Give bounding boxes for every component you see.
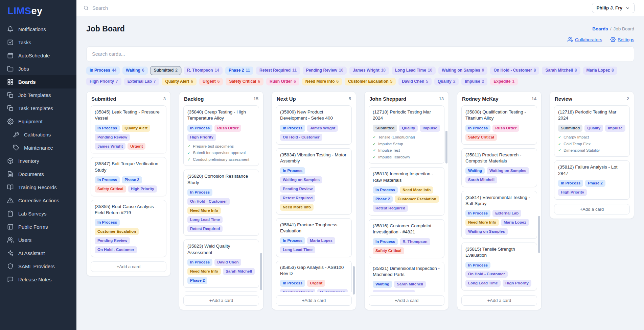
board-card[interactable]: (35853) Gap Analysis - AS9100 Rev DIn Pr… bbox=[276, 261, 352, 292]
filter-chip-waiting-on-samples[interactable]: Waiting on Samples9 bbox=[438, 67, 487, 75]
settings-link[interactable]: Settings bbox=[610, 37, 634, 42]
column-scrollbar[interactable] bbox=[538, 216, 540, 253]
board-card[interactable]: (35811) Product Research - Composite Mat… bbox=[461, 148, 537, 187]
board-card[interactable]: (35814) Environmental Testing - Salt Spr… bbox=[461, 191, 537, 239]
global-search-input[interactable] bbox=[92, 5, 234, 11]
filter-chip-submitted[interactable]: Submitted2 bbox=[151, 67, 181, 75]
sidebar-item-boards[interactable]: Boards bbox=[0, 75, 76, 88]
sidebar-item-equipment[interactable]: Equipment bbox=[0, 115, 76, 128]
sidebar-item-autoschedule[interactable]: AutoSchedule bbox=[0, 49, 76, 62]
board-card[interactable]: (35823) Weld Quality AssessmentIn Proces… bbox=[183, 239, 259, 287]
filter-chip-r-thompson[interactable]: R. Thompson14 bbox=[184, 67, 223, 75]
card-search-input[interactable] bbox=[86, 46, 634, 62]
add-card-button[interactable]: +Add a card bbox=[461, 295, 537, 306]
board-card[interactable]: (35812) Failure Analysis - Lot 2847In Pr… bbox=[554, 160, 630, 199]
filter-chip-in-process[interactable]: In Process44 bbox=[86, 67, 120, 75]
filter-chip-impulse[interactable]: Impulse2 bbox=[461, 78, 487, 86]
app-logo[interactable]: LIMSey bbox=[0, 0, 76, 21]
wrench-icon bbox=[13, 131, 19, 138]
filter-chip-retest-required[interactable]: Retest Required11 bbox=[256, 67, 300, 75]
filter-chip-sarah-mitchell[interactable]: Sarah Mitchell8 bbox=[542, 67, 580, 75]
filter-chip-customer-escalation[interactable]: Customer Escalation5 bbox=[345, 78, 396, 86]
column-scrollbar[interactable] bbox=[353, 266, 355, 295]
add-card-button[interactable]: +Add a card bbox=[369, 295, 444, 306]
card-tag-sarah-mitchell: Sarah Mitchell bbox=[394, 281, 426, 288]
board-card[interactable]: (35840) Creep Testing - High Temperature… bbox=[183, 105, 259, 166]
board-card[interactable]: (35847) Bolt Torque Verification StudyIn… bbox=[91, 157, 166, 196]
filter-chip-expedite[interactable]: Expedite1 bbox=[490, 78, 518, 86]
sidebar-item-label: Equipment bbox=[18, 119, 43, 124]
breadcrumb-boards-link[interactable]: Boards bbox=[592, 26, 608, 31]
sidebar-item-task-templates[interactable]: Task Templates bbox=[0, 102, 76, 115]
sidebar-item-users[interactable]: Users bbox=[0, 233, 76, 247]
filter-chip-safety-critical[interactable]: Safety Critical6 bbox=[226, 78, 263, 86]
sidebar-item-label: Training Records bbox=[18, 184, 57, 190]
filter-chip-waiting[interactable]: Waiting6 bbox=[122, 67, 148, 75]
filter-chip-quality-alert[interactable]: Quality Alert6 bbox=[162, 78, 197, 86]
board-card[interactable]: (35821) Dimensional Inspection - Machine… bbox=[369, 262, 444, 292]
board-card[interactable]: (12718) Periodic Testing Mar 2024Submitt… bbox=[369, 105, 444, 163]
sidebar-item-public-forms[interactable]: Public Forms bbox=[0, 220, 76, 233]
sidebar-item-training-records[interactable]: Training Records bbox=[0, 181, 76, 194]
filter-chip-high-priority[interactable]: High Priority7 bbox=[86, 78, 121, 86]
global-search[interactable] bbox=[83, 5, 592, 11]
filter-chip-external-lab[interactable]: External Lab7 bbox=[124, 78, 159, 86]
filter-chip-long-lead-time[interactable]: Long Lead Time10 bbox=[392, 67, 436, 75]
sidebar-item-calibrations[interactable]: Calibrations bbox=[0, 128, 76, 141]
board-card[interactable]: (35815) Tensile Strength EvaluationIn Pr… bbox=[461, 243, 537, 290]
card-tag-rush-order: Rush Order bbox=[492, 125, 519, 132]
card-title: (35840) Creep Testing - High Temperature… bbox=[187, 109, 255, 121]
sidebar-item-notifications[interactable]: Notifications bbox=[0, 23, 76, 36]
add-card-button[interactable]: +Add a card bbox=[554, 204, 630, 214]
add-card-button[interactable]: +Add a card bbox=[183, 295, 259, 306]
checklist-item: ✓Impulse Setup bbox=[373, 142, 440, 147]
filter-chip-maria-lopez[interactable]: Maria Lopez8 bbox=[583, 67, 617, 75]
board-card[interactable]: (35809) New Product Development - Series… bbox=[276, 105, 352, 144]
collaborators-link[interactable]: Collaborators bbox=[568, 37, 602, 42]
chip-count: 5 bbox=[426, 79, 428, 84]
column-submitted: Submitted3(35845) Leak Testing - Pressur… bbox=[86, 91, 171, 276]
add-card-button[interactable]: +Add a card bbox=[276, 295, 352, 306]
sidebar-item-jobs[interactable]: Jobs bbox=[0, 62, 76, 75]
board-card[interactable]: (35819) Fatigue Testing - Wing AssemblyI… bbox=[183, 291, 259, 293]
board-card[interactable]: (35813) Incoming Inspection - Raw Materi… bbox=[369, 167, 444, 215]
board-card[interactable]: (35855) Root Cause Analysis - Field Retu… bbox=[91, 200, 166, 257]
chip-label: Customer Escalation bbox=[348, 79, 388, 84]
filter-chip-quality[interactable]: Quality2 bbox=[434, 78, 459, 86]
column-next-up: Next Up5(35809) New Product Development … bbox=[272, 91, 356, 310]
sidebar-item-saml-providers[interactable]: SAML Providers bbox=[0, 260, 76, 273]
filter-chip-urgent[interactable]: Urgent6 bbox=[199, 78, 223, 86]
sidebar-item-lab-surveys[interactable]: Lab Surveys bbox=[0, 207, 76, 220]
filter-chip-james-wright[interactable]: James Wright10 bbox=[349, 67, 389, 75]
sidebar-item-release-notes[interactable]: Release Notes bbox=[0, 273, 76, 286]
board-card[interactable]: (35845) Leak Testing - Pressure VesselIn… bbox=[91, 105, 166, 153]
add-card-button[interactable]: +Add a card bbox=[91, 261, 166, 272]
sidebar-item-ai-assistant[interactable]: AI Assistant bbox=[0, 247, 76, 260]
column-scrollbar[interactable] bbox=[445, 131, 447, 163]
sidebar-item-documents[interactable]: Documents bbox=[0, 168, 76, 181]
user-menu-button[interactable]: Philip J. Fry bbox=[592, 3, 635, 13]
sidebar-item-tasks[interactable]: Tasks bbox=[0, 36, 76, 49]
filter-chip-david-chen[interactable]: David Chen5 bbox=[398, 78, 432, 86]
filter-chip-phase-2[interactable]: Phase 211 bbox=[225, 67, 253, 75]
card-tag-long-lead-time: Long Lead Time bbox=[465, 280, 501, 287]
board-card[interactable]: (35816) Customer Complaint Investigation… bbox=[369, 219, 444, 258]
filter-chip-on-hold-customer[interactable]: On Hold - Customer8 bbox=[490, 67, 539, 75]
sidebar-item-job-templates[interactable]: Job Templates bbox=[0, 88, 76, 102]
board-card[interactable]: (35834) Vibration Testing - Motor Assemb… bbox=[276, 148, 352, 214]
board-card[interactable]: (12718) Periodic Testing Mar 2024Submitt… bbox=[554, 105, 630, 157]
chip-count: 7 bbox=[116, 79, 118, 84]
sidebar-item-maintenance[interactable]: Maintenance bbox=[0, 141, 76, 154]
board-card[interactable]: (35841) Fracture Toughness EvaluationIn … bbox=[276, 218, 352, 257]
chip-label: In Process bbox=[90, 68, 110, 73]
filter-chip-rush-order[interactable]: Rush Order6 bbox=[266, 78, 299, 86]
sidebar: LIMSey NotificationsTasksAutoScheduleJob… bbox=[0, 0, 76, 330]
filter-chip-need-more-info[interactable]: Need More Info6 bbox=[302, 78, 342, 86]
filter-chip-pending-review[interactable]: Pending Review10 bbox=[303, 67, 347, 75]
board-card[interactable]: (35808) Qualification Testing - Titanium… bbox=[461, 105, 537, 144]
sidebar-item-corrective-actions[interactable]: Corrective Actions bbox=[0, 194, 76, 207]
board-card[interactable]: (35820) Corrosion Resistance StudyIn Pro… bbox=[183, 170, 259, 236]
check-icon: ✓ bbox=[558, 142, 561, 147]
sidebar-item-inventory[interactable]: Inventory bbox=[0, 154, 76, 168]
column-scrollbar[interactable] bbox=[260, 253, 262, 290]
